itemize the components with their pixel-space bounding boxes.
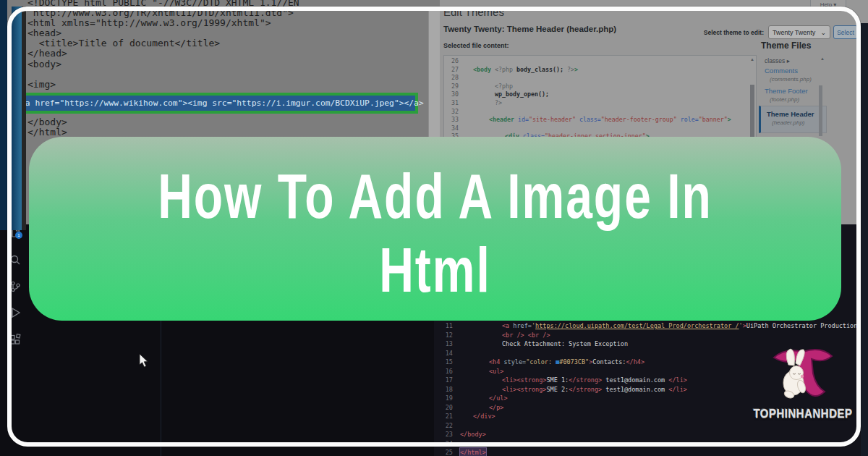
code-line: <!DOCTYPE html PUBLIC "-//W3C//DTD XHTML… xyxy=(27,0,427,8)
theme-file-classes[interactable]: classes ▸ xyxy=(765,57,790,64)
theme-file-comments-path: (comments.php) xyxy=(770,76,812,83)
theme-subtitle: Twenty Twenty: Theme Header (header.php) xyxy=(443,25,616,33)
search-icon[interactable] xyxy=(9,253,22,266)
banner-title-line2: Html xyxy=(379,234,491,306)
triangle-right-icon: ▸ xyxy=(787,57,790,64)
code-line: <body> xyxy=(27,59,427,69)
code-line: <img> xyxy=(27,80,427,90)
window-edge-right xyxy=(861,23,868,456)
extensions-icon[interactable] xyxy=(9,334,22,347)
highlighted-code-text: <a href="https://www.wikihow.com"><img s… xyxy=(19,98,424,108)
theme-file-comments[interactable]: Comments xyxy=(765,67,798,75)
theme-file-footer[interactable]: Theme Footer xyxy=(765,87,808,95)
code-line: 28 xyxy=(444,74,756,83)
selected-theme-value: Twenty Twenty xyxy=(773,29,815,36)
select-theme-label: Select theme to edit: xyxy=(678,29,764,36)
wp-code: 26 27<body <?php body_class(); ?>>28 29<… xyxy=(444,56,756,141)
run-debug-icon[interactable] xyxy=(9,306,22,319)
brand-name: TOPHINHANHDEP xyxy=(746,406,859,421)
help-menu[interactable]: Help ▾ xyxy=(810,0,846,10)
file-content-label: Selected file content: xyxy=(443,42,509,49)
rabbit-logo-icon xyxy=(760,345,846,405)
brand-logo: TOPHINHANHDEP xyxy=(746,345,859,426)
code-line: 33<header id="site-header" class="header… xyxy=(444,116,756,124)
theme-file-footer-path: (footer.php) xyxy=(770,96,799,103)
highlighted-code-line[interactable]: <a href="https://www.wikihow.com"><img s… xyxy=(16,93,418,114)
theme-select-dropdown[interactable]: Twenty Twenty ⌄ xyxy=(768,25,830,39)
code-line: 31?> xyxy=(444,99,756,108)
theme-file-header-selected[interactable]: Theme Header (header.php) xyxy=(759,106,827,133)
code-line: 30wp_body_open(); xyxy=(444,90,756,99)
code-line: <title>Title of document</title> xyxy=(27,38,427,48)
code-line: </head> xyxy=(27,48,427,59)
code-line: 27<body <?php body_class(); ?>> xyxy=(444,66,756,75)
banner-title-line1: How To Add A Image In xyxy=(158,160,712,232)
help-label: Help ▾ xyxy=(820,1,837,8)
code-line: 32 xyxy=(444,108,756,117)
notepad-code-closing: </body></html> xyxy=(27,117,67,138)
page-title: Edit Themes xyxy=(443,6,504,18)
code-line: 24 xyxy=(434,439,868,449)
select-theme-button[interactable]: Select xyxy=(833,25,858,39)
title-banner: How To Add A Image In Html xyxy=(29,137,841,321)
code-line: 25</html> xyxy=(434,448,868,456)
theme-files-scrollbar[interactable] xyxy=(819,85,822,136)
code-line: <html xmlns="http://www.w3.org/1999/xhtm… xyxy=(27,18,427,28)
code-line: http://www.w3.org/TR/xhtml11/DTD/xhtml11… xyxy=(27,8,427,18)
thumbnail-canvas: <!DOCTYPE html PUBLIC "-//W3C//DTD XHTML… xyxy=(0,0,868,456)
window-edge-teal xyxy=(12,7,22,230)
source-control-icon[interactable] xyxy=(9,280,22,293)
mouse-cursor xyxy=(139,354,149,368)
code-line: 11<a href='https://cloud.uipath.com/test… xyxy=(434,321,868,331)
code-line: 26 xyxy=(444,57,756,66)
code-line: 34 xyxy=(444,124,756,133)
scroll-up-icon[interactable]: ▲ xyxy=(750,57,754,62)
code-line: 12<br /> <br /> xyxy=(434,331,868,340)
notepad-code: <!DOCTYPE html PUBLIC "-//W3C//DTD XHTML… xyxy=(27,0,427,100)
theme-files-title: Theme Files xyxy=(761,41,811,51)
scroll-up-icon[interactable]: ▲ xyxy=(820,56,825,61)
code-line: <head> xyxy=(27,28,427,38)
window-edge-dark xyxy=(22,7,26,230)
code-line: </body> xyxy=(27,117,67,127)
chevron-down-icon: ⌄ xyxy=(820,29,826,36)
code-line: 23</body> xyxy=(434,430,868,439)
code-line xyxy=(27,69,427,80)
window-edge-left xyxy=(0,0,7,230)
code-line: 29<?php xyxy=(444,83,756,91)
badge-count: 1 xyxy=(15,232,22,239)
